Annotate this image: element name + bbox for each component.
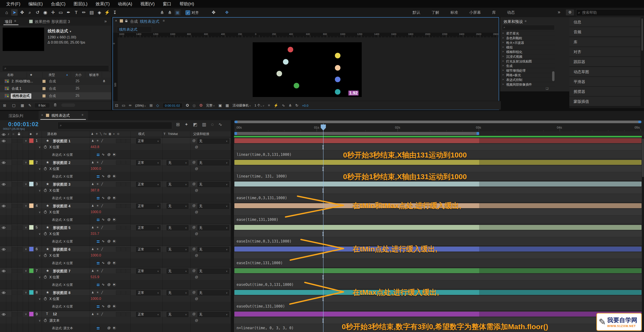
- work-area-start-handle[interactable]: [234, 132, 237, 135]
- project-tab[interactable]: 项目: [5, 19, 12, 24]
- help-search-input[interactable]: [582, 10, 632, 15]
- puppet-pin-tool-icon[interactable]: ↧: [112, 9, 118, 16]
- interpret-footage-icon[interactable]: ⊞: [3, 103, 6, 108]
- post-expression-graph-icon[interactable]: ∿: [102, 196, 104, 200]
- expression-language-menu-icon[interactable]: ▶: [112, 196, 116, 200]
- trkmat-select[interactable]: 无∨: [166, 290, 188, 295]
- expand-chevron-icon[interactable]: ∨: [25, 269, 27, 272]
- expression-label[interactable]: 表达式: X 位置: [52, 304, 73, 308]
- expression-graph-row[interactable]: easeOut(time,131,1000): [234, 302, 642, 311]
- trkmat-column[interactable]: TrkMat: [168, 132, 178, 136]
- switches-column-icons[interactable]: ♟ ✳ ╲ fx ▦ ◐ ⊙: [91, 132, 120, 136]
- project-row[interactable]: 2. 抖动/摆动...合成25⋔: [0, 78, 111, 85]
- column-fps[interactable]: 帧速率: [89, 73, 99, 77]
- property-pick-whip-icon[interactable]: @: [195, 188, 198, 192]
- switch-cell-2[interactable]: [121, 182, 126, 186]
- parent-pick-whip-icon[interactable]: @: [192, 247, 196, 251]
- effects-category[interactable]: >模糊和锐化: [500, 50, 555, 54]
- switch-cell-1[interactable]: [116, 290, 121, 295]
- trkmat-select[interactable]: 无∨: [166, 204, 188, 208]
- work-area-bar[interactable]: [234, 132, 479, 135]
- solo-cell[interactable]: [12, 269, 17, 273]
- stereo-view-icon[interactable]: ∞: [129, 103, 132, 108]
- horizontal-type-tool-icon[interactable]: T: [73, 9, 80, 16]
- post-expression-graph-icon[interactable]: ∿: [102, 218, 104, 222]
- layer-color-swatch[interactable]: [29, 160, 34, 164]
- property-row[interactable]: ∨X 位置443.8@: [0, 144, 231, 150]
- expression-row[interactable]: 表达式: X 位置∿@▶: [0, 259, 231, 268]
- property-value[interactable]: 315.7: [90, 232, 99, 236]
- region-select-icon[interactable]: ❖: [224, 9, 230, 16]
- project-item-name[interactable]: 线性表达式 ▼: [48, 28, 85, 34]
- new-folder-icon[interactable]: ▢: [12, 103, 16, 108]
- property-name[interactable]: X 位置: [49, 254, 60, 258]
- unified-camera-tool-icon[interactable]: ◉: [42, 9, 48, 16]
- expression-pick-whip-icon[interactable]: @: [107, 304, 110, 308]
- timeline-comp-tab-label[interactable]: 线性表达式: [52, 113, 70, 118]
- switch-cell-1[interactable]: [116, 225, 121, 230]
- expand-chevron-icon[interactable]: ∨: [25, 312, 27, 316]
- property-pick-whip-icon[interactable]: @: [195, 167, 198, 170]
- expression-label[interactable]: 表达式: X 位置: [52, 283, 73, 287]
- expression-enable-icon[interactable]: [96, 153, 100, 157]
- effects-category[interactable]: >生成: [500, 64, 555, 68]
- switch-cell-3[interactable]: [126, 139, 130, 143]
- blend-mode-select[interactable]: 正常∨: [136, 160, 160, 165]
- effects-panel-title[interactable]: 效果和预设: [504, 19, 523, 24]
- layer-duration-row[interactable]: [234, 311, 642, 317]
- column-size[interactable]: 大小: [75, 73, 82, 77]
- expression-enable-icon[interactable]: [96, 304, 100, 308]
- graph-editor-icon[interactable]: ∿: [218, 122, 222, 127]
- workspace-overflow-button[interactable]: »: [558, 10, 560, 15]
- blend-mode-select[interactable]: 正常∨: [136, 247, 160, 252]
- property-row[interactable]: ∨X 位置515.9@: [0, 274, 231, 280]
- lock-icon[interactable]: [125, 19, 128, 23]
- parent-pick-whip-icon[interactable]: @: [192, 160, 196, 164]
- dock-panel-label[interactable]: 摇摆器: [574, 89, 585, 94]
- property-row[interactable]: ∨X 位置1000.0@: [0, 209, 231, 216]
- parent-pick-whip-icon[interactable]: @: [192, 139, 196, 142]
- switch-cell-3[interactable]: [126, 247, 130, 252]
- parent-pick-whip-icon[interactable]: @: [192, 269, 196, 272]
- time-ruler[interactable]: [234, 124, 644, 131]
- layer-row[interactable]: ∨2★形状图层 2♟ ✳ ╱正常∨无∨@无∨: [0, 159, 231, 166]
- workspace-tab[interactable]: 标准: [445, 8, 464, 17]
- stopwatch-icon[interactable]: [44, 319, 47, 322]
- property-pick-whip-icon[interactable]: @: [195, 145, 198, 149]
- parent-select[interactable]: 无∨: [198, 160, 229, 165]
- property-name[interactable]: 源文本: [49, 318, 60, 323]
- layer-switches[interactable]: ♟ ✳ ╱: [92, 248, 104, 251]
- switch-cell-1[interactable]: [116, 139, 121, 143]
- eraser-tool-icon[interactable]: ◈: [96, 9, 102, 16]
- parent-select[interactable]: 无∨: [198, 312, 229, 317]
- home-tool-icon[interactable]: ⌂: [4, 9, 10, 16]
- pen-tool-icon[interactable]: ✒: [65, 9, 72, 16]
- property-row[interactable]: ∨X 位置315.7@: [0, 230, 231, 237]
- layer-name[interactable]: 形状图层 3: [53, 182, 70, 187]
- workspace-tab[interactable]: 小屏幕: [464, 8, 486, 17]
- trkmat-select[interactable]: 无∨: [166, 247, 188, 252]
- menu-item[interactable]: 视图(V): [136, 0, 159, 8]
- expand-chevron-icon[interactable]: ∨: [25, 226, 27, 229]
- close-tab-icon[interactable]: ×: [115, 19, 117, 23]
- property-keyframe-row[interactable]: I: [234, 187, 642, 194]
- property-value[interactable]: 1000.0: [90, 167, 101, 170]
- stopwatch-icon[interactable]: [44, 275, 47, 279]
- trkmat-select[interactable]: 无∨: [166, 182, 188, 187]
- motion-blur-icon[interactable]: ◌: [211, 122, 214, 127]
- expression-enable-icon[interactable]: [96, 261, 100, 265]
- layer-visibility-eye-icon[interactable]: [2, 183, 6, 185]
- layer-row[interactable]: ∨5★形状图层 5♟ ✳ ╱正常∨无∨@无∨: [0, 224, 231, 230]
- layer-switches[interactable]: ♟ ✳ ╱: [92, 161, 104, 164]
- expression-pick-whip-icon[interactable]: @: [107, 261, 110, 264]
- effects-category-label[interactable]: 模拟: [506, 46, 512, 50]
- lock-cell[interactable]: [17, 290, 22, 295]
- property-value[interactable]: 1000.0: [90, 254, 101, 257]
- layer-color-swatch[interactable]: [29, 290, 34, 295]
- expression-language-menu-icon[interactable]: ▶: [112, 261, 116, 265]
- property-keyframe-row[interactable]: I: [234, 252, 642, 259]
- project-search-box[interactable]: ⌕: [2, 65, 109, 72]
- menu-item[interactable]: 帮助(H): [176, 0, 198, 8]
- comp-tab-menu-icon[interactable]: ≡: [163, 19, 165, 23]
- label-color-swatch[interactable]: [42, 94, 46, 98]
